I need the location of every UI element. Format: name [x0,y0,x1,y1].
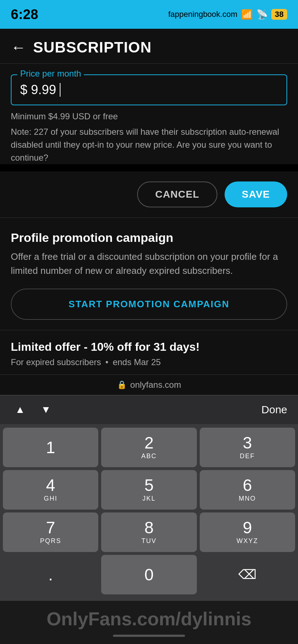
status-time: 6:28 [11,7,38,22]
price-input-row: $ 9.99 [20,82,278,97]
promotion-section: Profile promotion campaign Offer a free … [0,218,298,330]
key-delete[interactable]: ⌫ [200,555,295,594]
key-5[interactable]: 5JKL [101,470,197,510]
wifi-icon: 📡 [256,9,268,20]
text-cursor [60,83,60,97]
key-4[interactable]: 4GHI [3,470,98,510]
keyboard-row: .0⌫ [3,555,295,594]
nav-down-button[interactable]: ▼ [37,401,55,418]
key-9[interactable]: 9WXYZ [200,512,295,552]
nav-up-button[interactable]: ▲ [11,401,30,418]
cancel-button[interactable]: CANCEL [137,181,217,207]
key-1[interactable]: 1 [3,428,98,467]
keyboard-toolbar: ▲ ▼ Done [0,395,298,424]
keyboard-done-button[interactable]: Done [261,404,287,416]
limited-offer-title: Limited offer - 10% off for 31 days! [11,340,287,354]
lock-icon: 🔒 [117,380,127,390]
watermark-text: fappeningbook.com [168,10,237,19]
start-promotion-button[interactable]: START PROMOTION CAMPAIGN [11,289,287,320]
page-title: SUBSCRIPTION [33,39,152,56]
battery-badge: 38 [271,9,287,20]
key-7[interactable]: 7PQRS [3,512,98,552]
bottom-watermark: OnlyFans.com/dylinnis [0,601,298,644]
save-button[interactable]: SAVE [225,181,287,207]
home-indicator [0,635,298,642]
home-bar [113,635,185,637]
bottom-watermark-text: OnlyFans.com/dylinnis [0,608,298,630]
page-header: ← SUBSCRIPTION [0,29,298,64]
numeric-keyboard: 12ABC3DEF4GHI5JKL6MNO7PQRS8TUV9WXYZ.0⌫ [0,424,298,601]
keyboard-row: 7PQRS8TUV9WXYZ [3,512,295,552]
price-warning: Note: 227 of your subscribers will have … [11,125,287,164]
key-2[interactable]: 2ABC [101,428,197,467]
dollar-sign: $ [20,82,27,97]
signal-icon: 📶 [241,9,253,20]
dot-separator: • [105,357,108,367]
status-right: fappeningbook.com 📶 📡 38 [168,9,287,20]
key-8[interactable]: 8TUV [101,512,197,552]
price-input-wrapper[interactable]: Price per month $ 9.99 [11,74,287,105]
limited-offer-section: Limited offer - 10% off for 31 days! For… [0,330,298,374]
keyboard-row: 12ABC3DEF [3,428,295,467]
key-6[interactable]: 6MNO [200,470,295,510]
key-dot[interactable]: . [3,555,98,594]
action-buttons: CANCEL SAVE [0,171,298,218]
status-bar: 6:28 fappeningbook.com 📶 📡 38 [0,0,298,29]
main-content: Price per month $ 9.99 Minimum $4.99 USD… [0,64,298,164]
price-label: Price per month [17,69,84,79]
offer-ends: ends Mar 25 [113,357,161,367]
promo-title: Profile promotion campaign [11,231,287,245]
site-footer: 🔒 onlyfans.com [0,374,298,395]
key-0[interactable]: 0 [101,555,197,594]
keyboard-row: 4GHI5JKL6MNO [3,470,295,510]
price-section: Price per month $ 9.99 Minimum $4.99 USD… [11,74,287,164]
back-button[interactable]: ← [11,40,26,55]
keyboard-nav: ▲ ▼ [11,401,55,418]
key-3[interactable]: 3DEF [200,428,295,467]
price-value[interactable]: 9.99 [31,82,56,97]
promo-description: Offer a free trial or a discounted subsc… [11,250,287,278]
offer-audience: For expired subscribers [11,357,101,367]
price-hint: Minimum $4.99 USD or free [11,110,287,123]
limited-offer-meta: For expired subscribers • ends Mar 25 [11,357,287,367]
site-name: onlyfans.com [130,380,181,390]
